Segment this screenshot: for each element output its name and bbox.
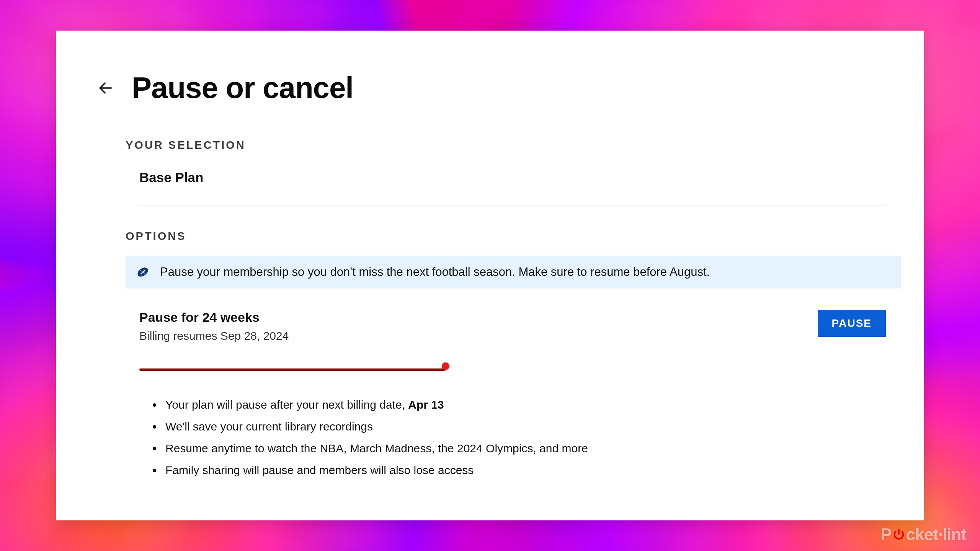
watermark-text: P [880, 525, 891, 544]
list-item-text: Resume anytime to watch the NBA, March M… [165, 442, 588, 455]
slider-thumb[interactable] [442, 362, 449, 370]
list-item-text: We'll save your current library recordin… [165, 420, 373, 433]
pause-duration-slider[interactable] [139, 364, 446, 375]
watermark-text: cket·lint [906, 525, 966, 544]
list-item: Family sharing will pause and members wi… [162, 459, 901, 481]
source-watermark: P cket·lint [880, 525, 966, 544]
list-item-text: Your plan will pause after your next bil… [165, 398, 408, 411]
football-icon [136, 265, 150, 279]
arrow-left-icon [97, 80, 114, 96]
pause-details-list: Your plan will pause after your next bil… [155, 394, 901, 481]
power-icon [892, 528, 905, 541]
pause-button[interactable]: PAUSE [818, 310, 886, 337]
info-banner: Pause your membership so you don't miss … [126, 256, 901, 289]
pause-duration-title: Pause for 24 weeks [139, 310, 289, 325]
list-item: We'll save your current library recordin… [162, 416, 901, 437]
list-item-text: Family sharing will pause and members wi… [165, 464, 474, 476]
slider-track [139, 368, 446, 371]
selected-plan-name: Base Plan [139, 170, 901, 185]
options-label: OPTIONS [126, 230, 901, 243]
list-item: Your plan will pause after your next bil… [162, 394, 901, 416]
decorative-background: Pause or cancel YOUR SELECTION Base Plan… [0, 0, 980, 551]
list-item: Resume anytime to watch the NBA, March M… [162, 437, 901, 459]
info-banner-text: Pause your membership so you don't miss … [160, 265, 710, 279]
divider [139, 205, 886, 205]
back-button[interactable] [95, 77, 116, 99]
settings-panel: Pause or cancel YOUR SELECTION Base Plan… [56, 31, 924, 520]
next-billing-date: Apr 13 [408, 398, 444, 411]
billing-resume-date: Billing resumes Sep 28, 2024 [139, 329, 289, 342]
your-selection-label: YOUR SELECTION [126, 139, 901, 152]
page-title: Pause or cancel [132, 70, 353, 105]
